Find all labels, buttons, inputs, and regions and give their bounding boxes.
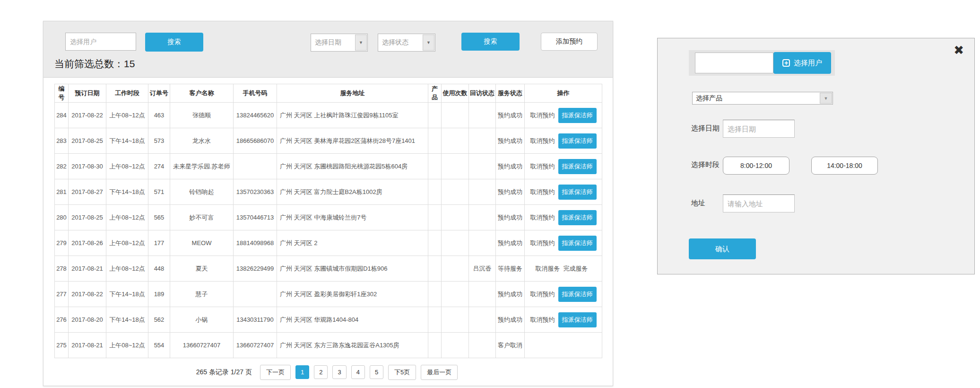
cell-phone: 13570446713 bbox=[234, 205, 277, 230]
cell-period: 上午08~12点 bbox=[106, 103, 148, 128]
filter-search-button[interactable]: 搜索 bbox=[461, 33, 520, 51]
cell-date: 2017-08-25 bbox=[69, 128, 106, 154]
action-link[interactable]: 完成服务 bbox=[564, 265, 588, 272]
table-row: 2802017-08-25上午08~12点565妙不可言13570446713广… bbox=[55, 205, 602, 230]
cell-visit-status bbox=[469, 154, 496, 179]
page-button[interactable]: 3 bbox=[332, 365, 346, 379]
select-user-button[interactable]: + 选择用户 bbox=[773, 52, 831, 74]
table-row: 2772017-08-22下午14~18点189慧子广州 天河区 盈彩美居御彩轩… bbox=[55, 282, 602, 307]
select-user-label: 选择用户 bbox=[794, 59, 822, 68]
chevron-down-icon: ▼ bbox=[355, 35, 367, 51]
cell-address: 广州 天河区 中海康城铃兰街7号 bbox=[277, 205, 428, 230]
status-filter-value: 选择状态 bbox=[378, 34, 422, 51]
assign-cleaner-button[interactable]: 指派保洁师 bbox=[558, 236, 597, 251]
cell-phone: 13824465620 bbox=[234, 103, 277, 128]
bookings-panel: 搜索 选择日期 ▼ 选择状态 ▼ 搜索 添加预约 当前筛选总数：15 编号预订日… bbox=[43, 21, 613, 386]
assign-cleaner-button[interactable]: 指派保洁师 bbox=[558, 287, 597, 302]
cell-phone: 13660727407 bbox=[234, 333, 277, 358]
cell-actions: 取消预约指派保洁师 bbox=[525, 103, 602, 128]
column-header: 预订日期 bbox=[69, 84, 106, 103]
column-header: 产品 bbox=[428, 84, 442, 103]
cell-use-count bbox=[442, 282, 469, 307]
assign-cleaner-button[interactable]: 指派保洁师 bbox=[558, 185, 597, 200]
cell-service-status: 预约成功 bbox=[496, 103, 525, 128]
cell-period: 上午08~12点 bbox=[106, 230, 148, 256]
cell-product bbox=[428, 230, 442, 256]
assign-cleaner-button[interactable]: 指派保洁师 bbox=[558, 133, 597, 149]
cell-id: 276 bbox=[55, 307, 69, 333]
cell-use-count bbox=[442, 103, 469, 128]
cell-service-status: 预约成功 bbox=[496, 230, 525, 256]
cell-actions: 取消预约指派保洁师 bbox=[525, 205, 602, 230]
cell-period: 下午14~18点 bbox=[106, 179, 148, 205]
cell-use-count bbox=[442, 333, 469, 358]
cell-order-no: 448 bbox=[148, 256, 170, 282]
page-button[interactable]: 4 bbox=[351, 365, 365, 379]
address-input[interactable] bbox=[723, 194, 795, 212]
time-slot-button[interactable]: 14:00-18:00 bbox=[811, 157, 878, 175]
action-link[interactable]: 取消预约 bbox=[530, 239, 555, 247]
table-row: 2762017-08-20下午14~18点562小锅13430311790广州 … bbox=[55, 307, 602, 333]
table-row: 2782017-08-21上午08~12点448夏天13826229499广州 … bbox=[55, 256, 602, 282]
action-link[interactable]: 取消预约 bbox=[530, 112, 555, 119]
action-link[interactable]: 取消预约 bbox=[530, 291, 555, 298]
page-button[interactable]: 5 bbox=[370, 365, 383, 379]
selected-user-input[interactable] bbox=[695, 53, 773, 73]
chevron-down-icon: ▼ bbox=[423, 35, 434, 51]
cell-actions: 取消服务完成服务 bbox=[525, 256, 602, 282]
cell-date: 2017-08-27 bbox=[69, 179, 106, 205]
cell-actions: 取消预约指派保洁师 bbox=[525, 282, 602, 307]
add-booking-modal: ✖ + 选择用户 选择产品 ▼ 选择日期 选择时段 8:00-12:0014:0… bbox=[657, 38, 975, 274]
time-slot-button[interactable]: 8:00-12:00 bbox=[723, 157, 789, 175]
cell-actions: 取消预约指派保洁师 bbox=[525, 128, 602, 154]
cell-customer: MEOW bbox=[170, 230, 234, 256]
cell-phone: 18814098968 bbox=[234, 230, 277, 256]
cell-order-no: 554 bbox=[148, 333, 170, 358]
close-icon[interactable]: ✖ bbox=[954, 44, 964, 56]
add-booking-button[interactable]: 添加预约 bbox=[541, 33, 598, 51]
cell-visit-status bbox=[469, 128, 496, 154]
cell-product bbox=[428, 282, 442, 307]
assign-cleaner-button[interactable]: 指派保洁师 bbox=[558, 159, 597, 174]
action-link[interactable]: 取消预约 bbox=[530, 214, 555, 221]
next-page-button[interactable]: 下一页 bbox=[260, 365, 291, 380]
page-button[interactable]: 2 bbox=[314, 365, 328, 379]
product-select[interactable]: 选择产品 ▼ bbox=[692, 92, 833, 105]
action-link[interactable]: 取消服务 bbox=[536, 265, 560, 272]
cell-order-no: 565 bbox=[148, 205, 170, 230]
cell-customer: 慧子 bbox=[170, 282, 234, 307]
column-header: 手机号码 bbox=[234, 84, 277, 103]
action-link[interactable]: 取消预约 bbox=[530, 137, 555, 144]
action-link[interactable]: 取消预约 bbox=[530, 188, 555, 195]
cell-visit-status bbox=[469, 103, 496, 128]
user-search-button[interactable]: 搜索 bbox=[145, 33, 203, 52]
next-5-pages-button[interactable]: 下5页 bbox=[388, 365, 416, 380]
cell-address: 广州 天河区 2 bbox=[277, 230, 428, 256]
cell-order-no: 571 bbox=[148, 179, 170, 205]
action-link[interactable]: 取消预约 bbox=[530, 163, 555, 170]
pagination: 265 条记录 1/27 页下一页12345下5页最后一页 bbox=[43, 365, 613, 380]
action-link[interactable]: 取消预约 bbox=[530, 316, 555, 323]
cell-period: 上午08~12点 bbox=[106, 256, 148, 282]
cell-service-status: 预约成功 bbox=[496, 179, 525, 205]
assign-cleaner-button[interactable]: 指派保洁师 bbox=[558, 312, 597, 327]
cell-phone: 13826229499 bbox=[234, 256, 277, 282]
confirm-button[interactable]: 确认 bbox=[689, 238, 756, 259]
table-row: 2792017-08-26上午08~12点177MEOW18814098968广… bbox=[55, 230, 602, 256]
assign-cleaner-button[interactable]: 指派保洁师 bbox=[558, 108, 597, 123]
column-header: 服务地址 bbox=[277, 84, 428, 103]
date-filter-select[interactable]: 选择日期 ▼ bbox=[311, 34, 368, 52]
last-page-button[interactable]: 最后一页 bbox=[421, 365, 458, 380]
cell-product bbox=[428, 256, 442, 282]
page-button[interactable]: 1 bbox=[295, 365, 309, 379]
cell-use-count bbox=[442, 128, 469, 154]
user-filter-input[interactable] bbox=[65, 33, 136, 51]
date-input[interactable] bbox=[723, 120, 795, 138]
cell-order-no: 189 bbox=[148, 282, 170, 307]
cell-address: 广州 天河区 东方三路东逸花园蓝谷A1305房 bbox=[277, 333, 428, 358]
assign-cleaner-button[interactable]: 指派保洁师 bbox=[558, 210, 597, 225]
cell-date: 2017-08-26 bbox=[69, 230, 106, 256]
status-filter-select[interactable]: 选择状态 ▼ bbox=[378, 34, 435, 52]
cell-id: 281 bbox=[55, 179, 69, 205]
cell-period: 上午08~12点 bbox=[106, 154, 148, 179]
